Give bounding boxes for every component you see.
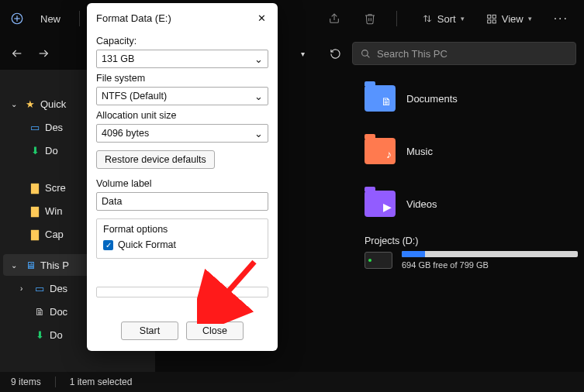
more-button[interactable]: ··· [546,6,576,31]
volume-label-value: Data [102,196,122,207]
sort-button[interactable]: Sort ▾ [414,6,472,31]
sidebar-item-label: Win [45,205,62,217]
drive-icon [365,252,392,269]
chevron-down-icon: ▾ [528,15,532,22]
search-input[interactable]: Search This PC [352,42,576,65]
svg-rect-9 [492,20,496,23]
chevron-down-icon: ⌄ [254,91,263,102]
sidebar-item-label: Des [45,122,63,133]
chevron-down-icon: ⌄ [11,261,20,270]
folder-label: Documents [406,93,458,105]
filesystem-label: File system [96,73,268,84]
drive-projects[interactable]: 694 GB free of 799 GB [365,251,578,270]
quick-format-checkbox[interactable]: ✓ Quick Format [103,239,261,250]
volume-label-label: Volume label [96,178,268,189]
drive-free-text: 694 GB free of 799 GB [402,260,578,270]
chevron-down-icon: ⌄ [254,53,263,65]
view-button[interactable]: View ▾ [479,6,540,31]
download-icon: ⬇ [33,329,47,341]
sidebar-item-label: Des [50,283,67,294]
allocation-select[interactable]: 4096 bytes ⌄ [96,124,268,143]
capacity-label: Capacity: [96,36,268,46]
folder-label: Videos [406,198,437,210]
sort-label: Sort [437,13,456,25]
sidebar-item-label: Do [45,145,58,156]
allocation-value: 4096 bytes [102,128,149,139]
folder-videos[interactable]: ▶ Videos [365,191,578,217]
chevron-down-icon: ⌄ [11,100,20,108]
checkbox-checked-icon: ✓ [103,240,113,250]
close-button[interactable]: Close [186,322,244,340]
sidebar-item-label: Scre [45,182,66,194]
svg-rect-8 [487,20,490,23]
back-button[interactable] [8,44,26,63]
pc-icon: 🖥 [23,260,37,271]
capacity-value: 131 GB [102,53,134,64]
download-icon: ⬇ [28,145,42,156]
folder-documents[interactable]: 🗎 Documents [365,85,578,112]
chevron-right-icon: › [20,284,29,293]
allocation-label: Allocation unit size [96,110,268,121]
capacity-select[interactable]: 131 GB ⌄ [96,50,268,68]
separator [55,377,56,387]
start-button[interactable]: Start [121,322,178,340]
drive-usage-bar [402,251,425,257]
format-options-group: Format options ✓ Quick Format [96,218,268,259]
desktop-icon: ▭ [28,122,42,133]
folder-icon: 🗎 [365,85,396,112]
format-dialog: Format Data (E:) ✕ Capacity: 131 GB ⌄ Fi… [87,3,278,351]
search-placeholder: Search This PC [377,48,448,60]
drive-title: Projects (D:) [365,236,578,246]
volume-label-input[interactable]: Data [96,192,268,211]
separator [79,11,80,26]
sidebar-item-label: Quick [40,98,66,110]
status-count: 9 items [11,377,41,387]
forward-button[interactable] [34,44,53,63]
quick-format-label: Quick Format [118,239,176,250]
filesystem-value: NTFS (Default) [102,91,167,101]
sidebar-item-label: Doc [50,306,67,318]
format-progress [96,287,268,297]
status-selected: 1 item selected [70,377,133,387]
folder-icon: ♪ [365,138,396,164]
dialog-title: Format Data (E:) [96,12,171,24]
format-options-label: Format options [103,224,261,235]
document-icon: 🗎 [33,306,47,318]
new-button[interactable]: New [33,6,68,31]
chevron-down-icon: ⌄ [254,128,263,139]
close-icon[interactable]: ✕ [254,11,268,25]
new-label: New [40,13,60,25]
desktop-icon: ▭ [33,283,47,294]
folder-icon: ▇ [28,229,42,240]
folder-icon: ▇ [28,205,42,217]
svg-line-13 [367,55,369,57]
restore-label: Restore device defaults [105,154,206,165]
separator [396,11,397,26]
star-icon: ★ [23,98,37,110]
folder-music[interactable]: ♪ Music [365,138,578,164]
refresh-button[interactable] [326,44,344,63]
folder-icon: ▶ [365,191,396,217]
status-bar: 9 items 1 item selected [0,372,584,392]
chevron-down-icon: ▾ [461,15,465,22]
sidebar-item-label: Do [50,329,63,341]
view-label: View [502,13,524,25]
sidebar-item-label: This P [40,260,69,271]
folder-label: Music [406,146,433,157]
restore-defaults-button[interactable]: Restore device defaults [96,150,215,169]
close-label: Close [202,325,227,336]
new-icon[interactable] [8,9,26,28]
filesystem-select[interactable]: NTFS (Default) ⌄ [96,87,268,105]
svg-point-12 [362,50,368,56]
share-icon[interactable] [325,9,344,28]
trash-icon[interactable] [361,9,379,28]
sidebar-item-label: Cap [45,229,64,240]
folder-icon: ▇ [28,182,42,194]
start-label: Start [140,325,160,336]
svg-rect-7 [492,15,496,18]
address-chevron-icon[interactable]: ▾ [293,44,312,63]
svg-rect-6 [487,15,490,18]
